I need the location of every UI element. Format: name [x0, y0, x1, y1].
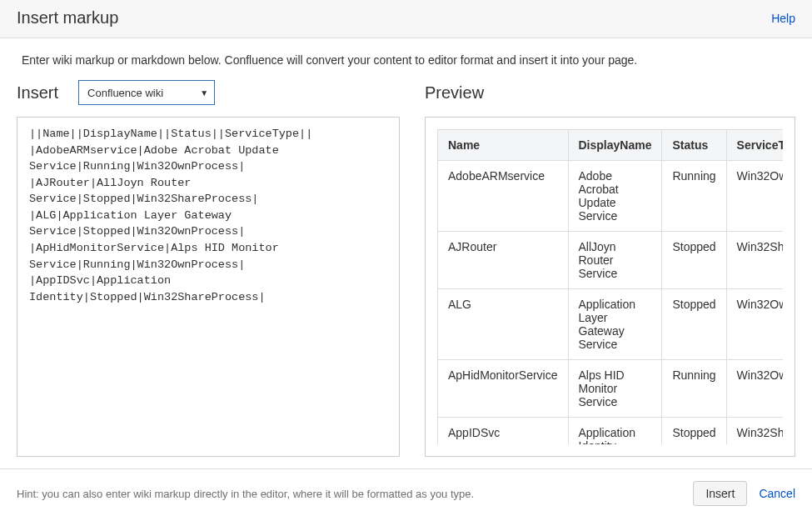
table-header-row: Name DisplayName Status ServiceType	[438, 130, 784, 161]
insert-button[interactable]: Insert	[693, 481, 747, 506]
insert-column: Insert Confluence wiki ▼	[17, 80, 400, 460]
intro-text: Enter wiki markup or markdown below. Con…	[0, 38, 812, 73]
table-cell: ALG	[438, 289, 569, 360]
table-cell: Stopped	[662, 418, 726, 445]
footer-hint: Hint: you can also enter wiki markup dir…	[17, 488, 474, 500]
dialog-title: Insert markup	[17, 8, 118, 28]
table-cell: AppIDSvc	[438, 418, 569, 445]
table-cell: Alps HID Monitor Service	[568, 360, 662, 418]
dialog-header: Insert markup Help	[0, 0, 812, 38]
table-cell: AdobeARMservice	[438, 161, 569, 232]
insert-header-row: Insert Confluence wiki ▼	[17, 80, 400, 105]
table-cell: Win32ShareProcess	[726, 418, 783, 445]
table-cell: Application Identity	[568, 418, 662, 445]
table-row: AppIDSvc Application Identity Stopped Wi…	[438, 418, 784, 445]
table-cell: Win32OwnProcess	[726, 360, 783, 418]
preview-table: Name DisplayName Status ServiceType Adob…	[437, 129, 783, 444]
cancel-button[interactable]: Cancel	[759, 487, 795, 500]
insert-label: Insert	[17, 83, 58, 103]
table-cell: AllJoyn Router Service	[568, 232, 662, 289]
column-header: DisplayName	[568, 130, 662, 161]
preview-header-row: Preview	[425, 80, 795, 105]
table-cell: Stopped	[662, 232, 726, 289]
column-header: ServiceType	[726, 130, 783, 161]
table-cell: Running	[662, 360, 726, 418]
main-content: Insert Confluence wiki ▼ Preview Name Di…	[0, 73, 812, 468]
help-link[interactable]: Help	[771, 12, 795, 25]
table-cell: ApHidMonitorService	[438, 360, 569, 418]
column-header: Name	[438, 130, 569, 161]
table-cell: Win32ShareProcess	[726, 232, 783, 289]
table-cell: AJRouter	[438, 232, 569, 289]
preview-label: Preview	[425, 83, 484, 103]
dialog-footer: Hint: you can also enter wiki markup dir…	[0, 468, 812, 518]
preview-column: Preview Name DisplayName Status ServiceT…	[425, 80, 795, 460]
table-row: ApHidMonitorService Alps HID Monitor Ser…	[438, 360, 784, 418]
table-row: AJRouter AllJoyn Router Service Stopped …	[438, 232, 784, 289]
table-cell: Win32OwnProcess	[726, 289, 783, 360]
footer-actions: Insert Cancel	[693, 481, 795, 506]
table-row: AdobeARMservice Adobe Acrobat Update Ser…	[438, 161, 784, 232]
format-select[interactable]: Confluence wiki	[78, 80, 215, 105]
table-cell: Running	[662, 161, 726, 232]
table-row: ALG Application Layer Gateway Service St…	[438, 289, 784, 360]
table-cell: Application Layer Gateway Service	[568, 289, 662, 360]
column-header: Status	[662, 130, 726, 161]
table-cell: Win32OwnProcess	[726, 161, 783, 232]
markup-textarea[interactable]	[17, 117, 400, 457]
table-cell: Adobe Acrobat Update Service	[568, 161, 662, 232]
format-select-wrap: Confluence wiki ▼	[78, 80, 215, 105]
preview-box: Name DisplayName Status ServiceType Adob…	[425, 117, 795, 457]
preview-scroll[interactable]: Name DisplayName Status ServiceType Adob…	[437, 129, 783, 444]
table-cell: Stopped	[662, 289, 726, 360]
